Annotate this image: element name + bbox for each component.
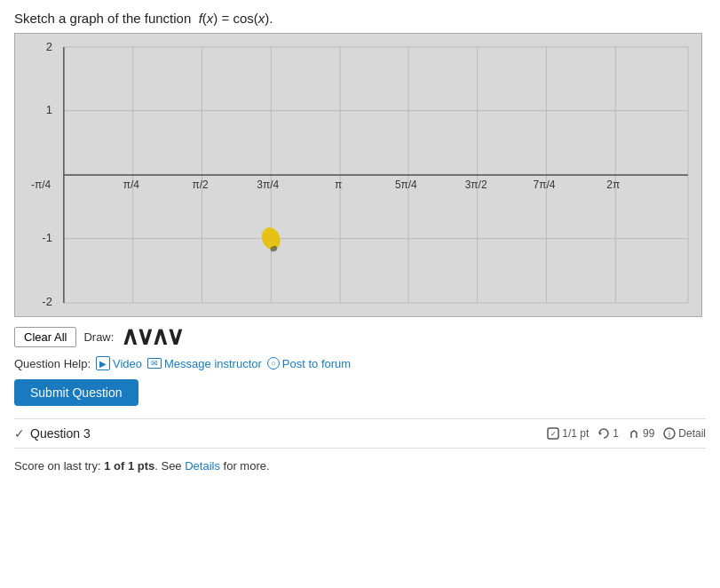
question-name: Question 3: [30, 426, 91, 441]
svg-text:2π: 2π: [606, 179, 620, 191]
help-label: Question Help:: [14, 357, 91, 370]
svg-text:3π/4: 3π/4: [257, 179, 279, 191]
video-link[interactable]: ▶ Video: [96, 356, 142, 370]
problem-title: Sketch a graph of the function f(x) = co…: [14, 11, 706, 26]
draw-mode-icons[interactable]: ∧∨∧∨: [121, 324, 181, 349]
svg-text:✓: ✓: [550, 430, 557, 438]
controls-row: Clear All Draw: ∧∨∧∨: [14, 324, 706, 349]
message-instructor-link[interactable]: ✉ Message instructor: [147, 357, 262, 370]
detail-info: i Detail: [663, 427, 706, 440]
question-help-row: Question Help: ▶ Video ✉ Message instruc…: [14, 356, 706, 370]
svg-text:π/2: π/2: [192, 179, 209, 191]
score-row: Score on last try: 1 of 1 pts. See Detai…: [14, 456, 706, 473]
svg-text:π: π: [335, 179, 342, 191]
svg-text:5π/4: 5π/4: [395, 179, 417, 191]
check-icon: ✓: [14, 426, 25, 441]
video-label: Video: [113, 357, 142, 370]
meta-info: ✓ 1/1 pt 1 99 i Detail: [547, 427, 706, 440]
pts-info: ✓ 1/1 pt: [547, 427, 589, 440]
svg-text:-1: -1: [42, 231, 52, 244]
instruction-text: Sketch a graph of the function: [14, 11, 191, 26]
forum-icon: ○: [267, 357, 280, 369]
graph-svg: 2 1 -1 -2 -π/4 π/4 π/2 3π/4 π 5π/4 3π/2 …: [15, 34, 701, 316]
submit-question-button[interactable]: Submit Question: [14, 379, 138, 406]
clear-all-button[interactable]: Clear All: [14, 327, 76, 347]
details-link[interactable]: Details: [185, 459, 220, 473]
svg-text:π/4: π/4: [123, 179, 140, 191]
post-to-forum-link[interactable]: ○ Post to forum: [267, 357, 351, 370]
svg-text:-π/4: -π/4: [31, 179, 51, 191]
question-label: ✓ Question 3: [14, 426, 91, 441]
svg-text:i: i: [669, 430, 670, 439]
message-label: Message instructor: [164, 357, 262, 370]
video-icon: ▶: [96, 356, 110, 370]
post-label: Post to forum: [282, 357, 351, 370]
svg-text:3π/2: 3π/2: [465, 179, 487, 191]
svg-marker-35: [599, 432, 602, 435]
draw-label: Draw:: [83, 330, 114, 344]
envelope-icon: ✉: [147, 358, 162, 369]
svg-text:7π/4: 7π/4: [533, 179, 555, 191]
function-display: f(x) = cos(x).: [194, 11, 273, 26]
graph-area[interactable]: 2 1 -1 -2 -π/4 π/4 π/2 3π/4 π 5π/4 3π/2 …: [14, 33, 702, 317]
svg-text:-2: -2: [42, 295, 52, 308]
score-icon: [628, 427, 640, 440]
retry-icon: [597, 427, 610, 440]
svg-text:2: 2: [46, 40, 52, 53]
question-3-row: ✓ Question 3 ✓ 1/1 pt 1 99 i Detail: [14, 418, 706, 449]
svg-text:1: 1: [46, 103, 52, 116]
score-info: 99: [628, 427, 654, 440]
pts-icon: ✓: [547, 427, 559, 440]
attempts-info: 1: [597, 427, 619, 440]
info-icon: i: [663, 427, 676, 440]
